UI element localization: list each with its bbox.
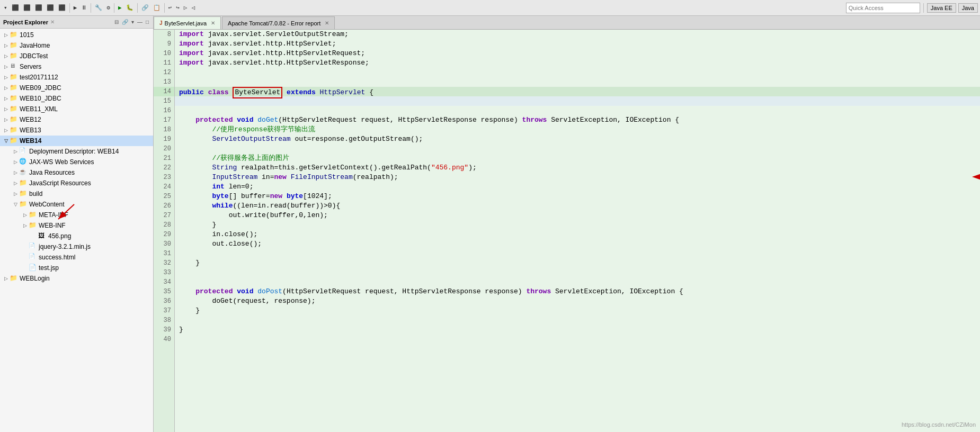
quick-access-input[interactable] [846,3,920,13]
code-line-38 [175,316,980,325]
toolbar-icon-13[interactable]: ↪ [174,4,181,12]
tree-item-web09[interactable]: ▷ 📁 WEB09_JDBC [0,83,153,93]
tree-item-web12[interactable]: ▷ 📁 WEB12 [0,114,153,125]
maximize-btn[interactable]: □ [145,19,150,25]
header-x-icon: ✕ [50,19,55,25]
tab-tomcat-error[interactable]: Apache Tomcat/7.0.82 - Error report ✕ [222,16,335,29]
tree-item-success[interactable]: ▷ 📄 success.html [0,252,153,263]
sep1 [69,3,70,13]
icon-build: 📁 [19,190,28,198]
label-success: success.html [39,254,75,261]
ln-31: 31 [154,249,174,258]
label-javahome: JavaHome [20,42,50,49]
toolbar-icon-9[interactable]: ⚙ [105,4,112,12]
code-line-14: public class ByteServlet extends HttpSer… [175,87,980,96]
toolbar-icon-2[interactable]: ⬛ [22,4,32,12]
tree-item-1015[interactable]: ▷ 📁 1015 [0,30,153,40]
project-explorer-header: Project Explorer ✕ ⊟ 🔗 ▾ — □ [0,16,153,29]
icon-test: 📁 [10,73,18,82]
icon-jaxws: 🌐 [19,158,28,166]
code-editor[interactable]: 8 9 10 11 12 13 14 15 16 17 18 19 20 21 … [154,30,980,432]
panel-actions: ⊟ 🔗 ▾ — □ [113,19,150,25]
toolbar-icon-1[interactable]: ⬛ [10,4,21,12]
code-line-15 [175,96,980,106]
toolbar-icon-8[interactable]: 🔧 [93,4,104,12]
code-line-37: } [175,306,980,316]
ln-13: 13 [154,77,174,87]
ln-38: 38 [154,316,174,325]
java-ee-perspective[interactable]: Java EE [927,3,956,13]
toolbar-icon-4[interactable]: ⬛ [45,4,56,12]
code-line-30: out.close(); [175,239,980,249]
icon-testjsp: 📄 [29,264,37,272]
panel-menu-btn[interactable]: ▾ [130,19,135,25]
toolbar-icon-3[interactable]: ⬛ [33,4,44,12]
icon-js-resources: 📁 [19,179,28,187]
tree-item-javahome[interactable]: ▷ 📁 JavaHome [0,40,153,51]
toolbar-run-btn[interactable]: ▶ [117,4,123,12]
code-text[interactable]: import javax.servlet.ServletOutputStream… [175,30,980,432]
project-explorer-title: Project Explorer [3,19,48,25]
collapse-all-btn[interactable]: ⊟ [113,19,120,25]
icon-project-1015: 📁 [10,31,18,39]
toggle-1015[interactable]: ▷ [2,32,10,38]
label-java-resources: Java Resources [29,169,75,176]
tree-item-web13[interactable]: ▷ 📁 WEB13 [0,125,153,136]
tab-byteservlet[interactable]: J ByteServlet.java ✕ [154,16,221,29]
tree-item-jaxws[interactable]: ▷ 🌐 JAX-WS Web Services [0,157,153,167]
ln-23: 23 [154,173,174,182]
tree-item-test20171112[interactable]: ▷ 📁 test20171112 [0,72,153,83]
ln-36: 36 [154,296,174,306]
java-perspective[interactable]: Java [958,3,978,13]
tree-item-web11[interactable]: ▷ 📁 WEB11_XML [0,104,153,114]
tree-item-deployment[interactable]: ▷ 📄 Deployment Descriptor: WEB14 [0,146,153,157]
tree-item-servers[interactable]: ▷ 🖥 Servers [0,61,153,72]
ln-35: 35 [154,287,174,296]
sep2 [91,3,91,13]
tree-item-js-resources[interactable]: ▷ 📁 JavaScript Resources [0,178,153,188]
toolbar-icon-14[interactable]: ▷ [182,4,189,12]
tree-item-build[interactable]: ▷ 📁 build [0,188,153,199]
tree-item-web-inf[interactable]: ▷ 📁 WEB-INF [0,220,153,231]
tab-byteservlet-label: ByteServlet.java [165,20,207,26]
tree-item-web14[interactable]: ▽ 📁 WEB14 [0,136,153,146]
toolbar-icon-6[interactable]: ▶ [72,4,79,12]
link-editor-btn[interactable]: 🔗 [121,19,129,25]
tab-byteservlet-icon: J [159,20,163,26]
toolbar-icon-7[interactable]: ⏸ [79,4,88,12]
toolbar-icon-15[interactable]: ◁ [190,4,197,12]
main-layout: Project Explorer ✕ ⊟ 🔗 ▾ — □ ▷ 📁 1015 ▷ … [0,16,980,432]
label-test: test20171112 [20,74,58,81]
tree-item-456png[interactable]: ▷ 🖼 456.png [0,231,153,241]
tree-item-webcontent[interactable]: ▽ 📁 WebContent [0,199,153,210]
editor-area: J ByteServlet.java ✕ Apache Tomcat/7.0.8… [154,16,980,432]
toolbar-icon-12[interactable]: ↩ [167,4,174,12]
icon-servers: 🖥 [10,62,18,71]
ln-37: 37 [154,306,174,316]
label-web14: WEB14 [20,137,41,145]
tree-item-web10[interactable]: ▷ 📁 WEB10_JDBC [0,93,153,104]
label-456png: 456.png [48,232,71,240]
tree-item-jquery[interactable]: ▷ 📄 jquery-3.2.1.min.js [0,241,153,252]
tab-tomcat-close[interactable]: ✕ [325,20,329,26]
toolbar-icon-5[interactable]: ⬛ [57,4,67,12]
tree-item-meta-inf[interactable]: ▷ 📁 META-INF [0,210,153,220]
toolbar-icon-10[interactable]: 🔗 [140,4,150,12]
tree-item-java-resources[interactable]: ▷ ☕ Java Resources [0,167,153,178]
code-line-9: import javax.servlet.http.HttpServlet; [175,39,980,49]
project-explorer-panel: Project Explorer ✕ ⊟ 🔗 ▾ — □ ▷ 📁 1015 ▷ … [0,16,154,432]
tree-item-testjsp[interactable]: ▷ 📄 test.jsp [0,263,153,273]
code-line-19: ServletOutputStream out=response.getOutp… [175,134,980,144]
icon-web12: 📁 [10,115,18,124]
tab-byteservlet-close[interactable]: ✕ [211,20,215,26]
toolbar-menu-file[interactable]: ▾ [2,4,9,12]
code-line-13 [175,77,980,87]
minimize-btn[interactable]: — [136,19,144,25]
icon-web11: 📁 [10,105,18,113]
code-line-35: protected void doPost(HttpServletRequest… [175,287,980,296]
tree-item-weblogin[interactable]: ▷ 📁 WEBLogin [0,273,153,284]
ln-18: 18 [154,125,174,134]
toolbar-icon-11[interactable]: 📋 [152,4,162,12]
toolbar-debug-btn[interactable]: 🐛 [124,4,135,12]
tree-item-jdbctest[interactable]: ▷ 📁 JDBCTest [0,51,153,61]
